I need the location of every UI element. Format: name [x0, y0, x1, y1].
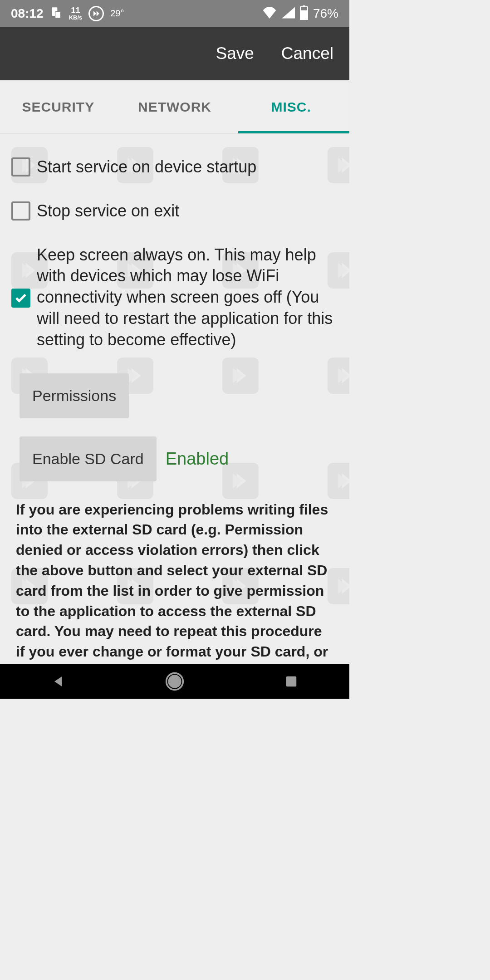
- network-speed: 11 KB/s: [69, 6, 83, 20]
- setting-label: Start service on device startup: [37, 157, 256, 178]
- status-bar: 08:12 11 KB/s 29° 76%: [0, 0, 349, 27]
- checkbox-keep-screen[interactable]: [11, 289, 30, 308]
- setting-label: Stop service on exit: [37, 201, 179, 222]
- status-time: 08:12: [11, 6, 44, 21]
- navigation-bar: [0, 664, 349, 699]
- checkbox-stop-exit[interactable]: [11, 201, 30, 220]
- wifi-icon: [262, 7, 277, 20]
- tab-label: MISC.: [271, 99, 311, 115]
- nav-recent-button[interactable]: [281, 671, 301, 691]
- tab-label: SECURITY: [22, 99, 94, 115]
- battery-icon: [299, 5, 309, 22]
- svg-rect-4: [300, 10, 308, 20]
- action-bar: Save Cancel: [0, 27, 349, 80]
- sd-status: Enabled: [166, 449, 229, 469]
- tab-bar: SECURITY NETWORK MISC.: [0, 80, 349, 134]
- temperature: 29°: [110, 8, 124, 19]
- tab-misc[interactable]: MISC.: [233, 80, 349, 133]
- permissions-button[interactable]: Permissions: [20, 373, 129, 418]
- svg-rect-1: [55, 11, 60, 18]
- checkbox-startup[interactable]: [11, 157, 30, 176]
- signal-icon: [281, 7, 295, 20]
- sim-icon: [50, 6, 63, 21]
- enable-sd-button[interactable]: Enable SD Card: [20, 436, 157, 481]
- settings-content: Start service on device startup Stop ser…: [0, 134, 349, 691]
- setting-startup[interactable]: Start service on device startup: [11, 157, 338, 178]
- nav-home-button[interactable]: [165, 671, 185, 691]
- battery-percentage: 76%: [313, 6, 338, 21]
- nav-back-button[interactable]: [48, 671, 68, 691]
- cancel-button[interactable]: Cancel: [281, 44, 333, 63]
- tab-network[interactable]: NETWORK: [117, 80, 233, 133]
- svg-rect-7: [286, 676, 296, 686]
- help-text: If you are experiencing problems writing…: [16, 500, 333, 682]
- save-button[interactable]: Save: [216, 44, 254, 63]
- setting-label: Keep screen always on. This may help wit…: [37, 245, 338, 351]
- tab-security[interactable]: SECURITY: [0, 80, 117, 133]
- svg-point-6: [169, 676, 181, 687]
- setting-keep-screen[interactable]: Keep screen always on. This may help wit…: [11, 245, 338, 351]
- setting-stop-exit[interactable]: Stop service on exit: [11, 201, 338, 222]
- fast-forward-icon: [88, 6, 104, 21]
- tab-label: NETWORK: [138, 99, 211, 115]
